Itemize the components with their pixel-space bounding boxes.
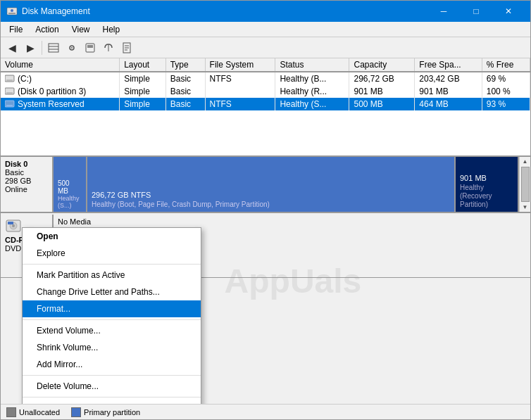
disk-management-window: Disk Management ─ □ ✕ File Action View H… xyxy=(0,0,531,420)
ctx-shrink[interactable]: Shrink Volume... xyxy=(23,339,201,356)
svg-rect-24 xyxy=(8,222,13,224)
ctx-add-mirror[interactable]: Add Mirror... xyxy=(23,356,201,373)
col-filesystem: File System xyxy=(205,58,275,72)
table-row-selected[interactable]: System Reserved Simple Basic NTFS Health… xyxy=(1,98,530,110)
partition-recovery-size: 901 MB xyxy=(460,174,513,182)
svg-point-23 xyxy=(12,224,15,227)
ctx-properties[interactable]: Properties xyxy=(23,400,201,404)
scroll-down[interactable]: ▼ xyxy=(521,203,530,212)
toolbar-btn-5[interactable] xyxy=(118,39,135,56)
col-percent: % Free xyxy=(482,58,530,72)
cdrom-icon xyxy=(5,217,22,234)
partition-status: Healthy (S...) xyxy=(58,195,82,209)
disk-row-0: Disk 0 Basic 298 GB Online 500 MB Health… xyxy=(1,157,530,213)
app-icon xyxy=(6,6,18,17)
legend-primary-color xyxy=(71,407,81,417)
volume-icon xyxy=(5,75,15,83)
disk-status: Online xyxy=(5,185,48,193)
svg-rect-3 xyxy=(49,44,58,52)
toolbar-btn-1[interactable] xyxy=(45,39,62,56)
cell-volume: (Disk 0 partition 3) xyxy=(1,85,120,98)
ctx-sep-3 xyxy=(23,375,201,376)
svg-rect-17 xyxy=(5,88,14,94)
partition-size-label: 296,72 GB NTFS xyxy=(92,191,450,199)
ctx-delete[interactable]: Delete Volume... xyxy=(23,378,201,395)
col-capacity: Capacity xyxy=(349,58,415,72)
col-free: Free Spa... xyxy=(415,58,482,72)
menu-file[interactable]: File xyxy=(4,23,28,36)
back-button[interactable]: ◀ xyxy=(4,39,20,56)
ctx-change-drive[interactable]: Change Drive Letter and Paths... xyxy=(23,284,201,300)
partition-status-label: Healthy (Boot, Page File, Crash Dump, Pr… xyxy=(92,201,450,209)
volumes-table: Volume Layout Type File System Status Ca… xyxy=(1,58,530,110)
scroll-up[interactable]: ▲ xyxy=(521,157,530,166)
ctx-sep-4 xyxy=(23,397,201,397)
ctx-explore[interactable]: Explore xyxy=(23,245,201,262)
volume-icon xyxy=(5,87,15,96)
disk-type: Basic xyxy=(5,168,48,177)
toolbar-separator-1 xyxy=(42,41,42,55)
partition-recovery-status: Healthy (Recovery Partition) xyxy=(460,184,513,209)
svg-rect-9 xyxy=(87,45,93,48)
legend: Unallocated Primary partition xyxy=(1,404,530,419)
disk-icon xyxy=(85,42,96,53)
partition-recovery[interactable]: 901 MB Healthy (Recovery Partition) xyxy=(456,157,519,212)
scrollbar[interactable]: ▲ ▼ xyxy=(519,157,530,212)
list-icon xyxy=(48,42,59,53)
partition-system[interactable]: 500 MB Healthy (S...) xyxy=(54,157,87,212)
col-volume: Volume xyxy=(1,58,120,72)
toolbar-btn-2[interactable] xyxy=(63,39,80,56)
legend-primary: Primary partition xyxy=(71,407,140,417)
ctx-mark-active[interactable]: Mark Partition as Active xyxy=(23,267,201,284)
col-type: Type xyxy=(165,58,205,72)
disk-partitions-0: 500 MB Healthy (S...) 296,72 GB NTFS Hea… xyxy=(54,157,519,212)
window-title: Disk Management xyxy=(22,6,90,16)
disk-area: AppUals Disk 0 Basic 298 GB Online 500 M… xyxy=(1,157,530,404)
ctx-extend[interactable]: Extend Volume... xyxy=(23,322,201,339)
disk-size: 298 GB xyxy=(5,177,48,185)
menu-help[interactable]: Help xyxy=(97,23,126,36)
title-bar: Disk Management ─ □ ✕ xyxy=(1,1,530,22)
settings-icon xyxy=(66,42,77,53)
col-layout: Layout xyxy=(120,58,166,72)
table-area: Volume Layout Type File System Status Ca… xyxy=(1,58,530,157)
ctx-sep-1 xyxy=(23,264,201,265)
partition-main[interactable]: 296,72 GB NTFS Healthy (Boot, Page File,… xyxy=(87,157,456,212)
cell-volume: (C:) xyxy=(1,72,120,85)
ctx-open[interactable]: Open xyxy=(23,228,201,245)
legend-unallocated-color xyxy=(6,407,16,417)
svg-point-7 xyxy=(71,47,73,49)
partition-size: 500 MB xyxy=(58,179,82,195)
svg-rect-15 xyxy=(5,75,14,82)
svg-point-2 xyxy=(11,9,13,12)
legend-unallocated-label: Unallocated xyxy=(19,408,60,416)
maximize-button[interactable]: □ xyxy=(460,1,492,22)
menu-bar: File Action View Help xyxy=(1,22,530,37)
menu-action[interactable]: Action xyxy=(30,23,64,36)
menu-view[interactable]: View xyxy=(66,23,96,36)
context-menu: Open Explore Mark Partition as Active Ch… xyxy=(22,227,201,404)
scroll-thumb[interactable] xyxy=(521,167,530,202)
ctx-sep-2 xyxy=(23,319,201,320)
forward-button[interactable]: ▶ xyxy=(22,39,39,56)
volume-icon xyxy=(5,100,15,108)
disk-label-0: Disk 0 Basic 298 GB Online xyxy=(1,157,54,212)
svg-rect-1 xyxy=(8,13,15,14)
disk-id: Disk 0 xyxy=(5,160,48,168)
link-icon xyxy=(103,42,114,53)
legend-primary-label: Primary partition xyxy=(84,408,140,416)
ctx-format[interactable]: Format... xyxy=(23,300,201,317)
table-row[interactable]: (Disk 0 partition 3) Simple Basic Health… xyxy=(1,85,530,98)
window-controls: ─ □ ✕ xyxy=(427,1,525,22)
legend-unallocated: Unallocated xyxy=(6,407,60,417)
cell-volume: System Reserved xyxy=(1,98,120,110)
toolbar-btn-3[interactable] xyxy=(82,39,99,56)
cdrom-media-status: No Media xyxy=(58,217,91,226)
title-bar-left: Disk Management xyxy=(6,6,90,17)
toolbar-btn-4[interactable] xyxy=(100,39,117,56)
table-row[interactable]: (C:) Simple Basic NTFS Healthy (B... 296… xyxy=(1,72,530,85)
main-content: Volume Layout Type File System Status Ca… xyxy=(1,58,530,419)
close-button[interactable]: ✕ xyxy=(492,1,525,22)
doc-icon xyxy=(121,42,132,53)
minimize-button[interactable]: ─ xyxy=(427,1,460,22)
